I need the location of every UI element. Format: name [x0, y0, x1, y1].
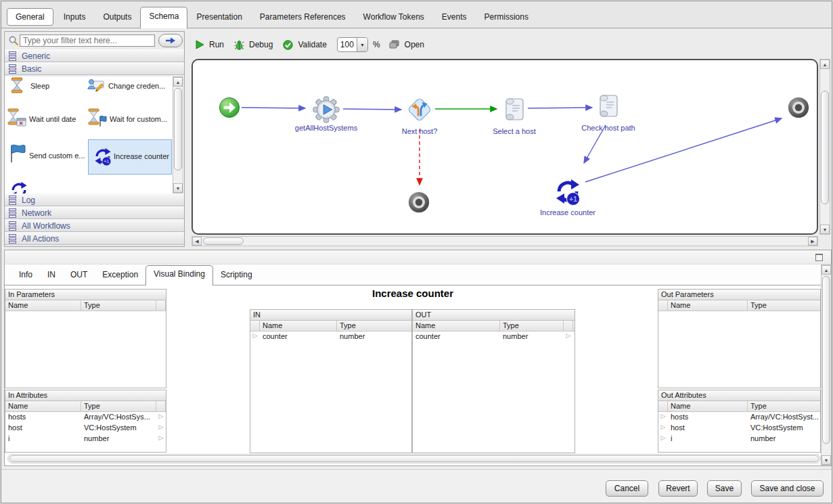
tab-in[interactable]: IN: [40, 267, 63, 285]
open-button[interactable]: Open: [405, 40, 424, 49]
list-icon: [9, 64, 16, 74]
svg-text:+1: +1: [569, 196, 577, 203]
filter-input[interactable]: [20, 35, 155, 47]
workflow-canvas[interactable]: getAllHostSystems Next host? Select a ho…: [192, 59, 818, 235]
table-row[interactable]: ▷ i number: [658, 434, 820, 444]
tab-permissions[interactable]: Permissions: [476, 8, 537, 28]
scroll-up-button[interactable]: ▲: [821, 265, 831, 275]
tab-parameters-references[interactable]: Parameters References: [251, 8, 355, 28]
node-label-check-host-path: Check host path: [561, 124, 656, 132]
zoom-dropdown[interactable]: 100 ▼: [337, 37, 368, 52]
scrollbar-thumb[interactable]: [821, 91, 829, 204]
editor-horizontal-scrollbar[interactable]: [7, 454, 821, 463]
palette-section-basic[interactable]: Basic: [5, 62, 184, 75]
column-header-name[interactable]: Name: [413, 321, 500, 331]
scrollbar-thumb[interactable]: [9, 455, 819, 462]
in-binding-title: IN: [250, 310, 411, 321]
column-header-type[interactable]: Type: [81, 300, 156, 311]
canvas-vertical-scrollbar[interactable]: ▲ ▼: [819, 59, 830, 235]
tab-presentation[interactable]: Presentation: [187, 8, 250, 28]
scroll-down-button[interactable]: ▼: [820, 225, 830, 234]
in-attributes-table: In Attributes Name Type hosts Array/VC:H…: [5, 390, 166, 453]
list-icon: [9, 208, 16, 218]
scroll-up-button[interactable]: ▲: [820, 60, 830, 69]
palette-section-all-actions[interactable]: All Actions: [5, 232, 184, 245]
counter-icon-partial[interactable]: [9, 179, 29, 193]
filter-go-button[interactable]: [158, 34, 183, 47]
scroll-left-button[interactable]: ◀: [192, 237, 202, 246]
table-row[interactable]: counter number ▷: [413, 331, 575, 342]
run-button[interactable]: Run: [209, 40, 224, 49]
column-header-type[interactable]: Type: [500, 321, 564, 331]
scrollbar-thumb[interactable]: [822, 276, 830, 444]
table-row[interactable]: ▷ counter number: [250, 331, 411, 342]
table-row[interactable]: ▷ host VC:HostSystem: [658, 423, 820, 434]
tab-schema[interactable]: Schema: [140, 7, 187, 28]
tab-events[interactable]: Events: [433, 8, 476, 28]
end-node[interactable]: [787, 96, 810, 119]
column-header-name[interactable]: Name: [668, 300, 748, 311]
palette-item-increase-counter[interactable]: +1 Increase counter: [88, 139, 172, 175]
increase-counter-node-icon[interactable]: +1: [553, 177, 583, 206]
palette-item-send-custom-event[interactable]: Send custom e...: [29, 152, 90, 160]
decision-node-icon[interactable]: [405, 95, 434, 124]
scriptable-task-icon[interactable]: [596, 92, 621, 119]
revert-button[interactable]: Revert: [658, 480, 698, 497]
palette-section-network[interactable]: Network: [5, 206, 184, 219]
column-header-type[interactable]: Type: [337, 321, 410, 331]
tab-visual-binding[interactable]: Visual Binding: [145, 265, 213, 285]
hourglass-icon: [9, 77, 24, 93]
palette-section-all-workflows[interactable]: All Workflows: [5, 219, 184, 232]
in-parameters-title: In Parameters: [5, 290, 166, 300]
canvas-horizontal-scrollbar[interactable]: ◀ ▶: [192, 236, 818, 246]
tab-general[interactable]: General: [7, 8, 53, 26]
editor-vertical-scrollbar[interactable]: ▲ ▼: [821, 265, 832, 465]
scroll-right-button[interactable]: ▶: [808, 237, 817, 246]
scroll-down-button[interactable]: ▼: [821, 455, 831, 465]
tab-exception[interactable]: Exception: [95, 267, 145, 285]
table-row[interactable]: i number ▷: [5, 434, 166, 444]
palette-filter-row: [5, 32, 184, 49]
scroll-down-button[interactable]: ▼: [173, 183, 183, 193]
tab-outputs[interactable]: Outputs: [94, 8, 140, 28]
end-node[interactable]: [407, 191, 430, 214]
tab-scripting[interactable]: Scripting: [213, 267, 260, 285]
column-header-name[interactable]: Name: [260, 321, 337, 331]
column-header-type[interactable]: Type: [748, 300, 819, 311]
column-header-type[interactable]: Type: [748, 401, 819, 411]
editor-tab-bar: Info IN OUT Exception Visual Binding Scr…: [5, 265, 821, 285]
cancel-button[interactable]: Cancel: [606, 480, 648, 497]
palette-scrollbar[interactable]: ▲ ▼: [173, 76, 183, 193]
action-node-icon[interactable]: [311, 94, 342, 125]
tab-inputs[interactable]: Inputs: [55, 8, 95, 28]
tab-out[interactable]: OUT: [63, 267, 95, 285]
start-node[interactable]: [219, 97, 240, 118]
scrollbar-thumb[interactable]: [174, 88, 182, 170]
scriptable-task-icon[interactable]: [502, 95, 526, 122]
save-and-close-button[interactable]: Save and close: [751, 480, 824, 497]
palette-item-change-credentials[interactable]: Change creden...: [108, 82, 169, 90]
tab-info[interactable]: Info: [12, 267, 40, 285]
table-row[interactable]: hosts Array/VC:HostSys... ▷: [5, 412, 166, 423]
palette-section-log[interactable]: Log: [5, 193, 184, 206]
table-row[interactable]: host VC:HostSystem ▷: [5, 423, 166, 434]
table-row[interactable]: ▷ hosts Array/VC:HostSyst...: [658, 412, 820, 423]
scrollbar-thumb[interactable]: [203, 237, 244, 245]
chevron-down-icon[interactable]: ▼: [357, 38, 367, 51]
scroll-up-button[interactable]: ▲: [173, 77, 183, 87]
maximize-icon[interactable]: [815, 254, 823, 261]
open-icon: [389, 40, 400, 49]
tab-workflow-tokens[interactable]: Workflow Tokens: [355, 8, 433, 28]
bug-icon: [234, 40, 244, 50]
save-button[interactable]: Save: [707, 480, 742, 497]
validate-button[interactable]: Validate: [298, 40, 326, 49]
palette-item-wait-for-custom[interactable]: Wait for custom...: [110, 115, 171, 123]
palette-item-sleep[interactable]: Sleep: [30, 82, 91, 90]
palette-section-generic[interactable]: Generic: [5, 49, 184, 62]
column-header-name[interactable]: Name: [668, 401, 748, 411]
column-header-name[interactable]: Name: [5, 300, 81, 311]
column-header-name[interactable]: Name: [5, 401, 81, 411]
debug-button[interactable]: Debug: [249, 40, 273, 49]
column-header-type[interactable]: Type: [81, 401, 156, 411]
palette-item-wait-until-date[interactable]: Wait until date: [29, 115, 90, 123]
